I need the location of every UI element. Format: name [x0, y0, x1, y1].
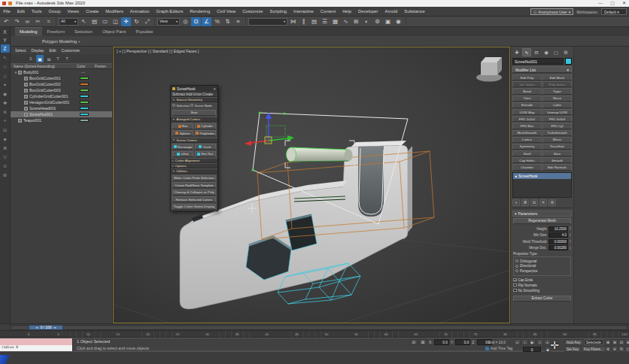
modifier-button-lathe[interactable]: Lathe [542, 102, 572, 108]
menu-substance[interactable]: Substance [401, 7, 428, 17]
time-slider[interactable]: ◄ 0 / 100 ► [0, 323, 629, 330]
autogrid-cutters-header[interactable]: ▼Autogrid Cutters [171, 117, 217, 122]
scene-object-row[interactable]: Teapot001 [11, 117, 112, 123]
spinner-icon[interactable]: ▲▼ [569, 239, 571, 244]
axis-constraint-z[interactable]: Z [1, 44, 10, 53]
pan-icon[interactable]: ✛ [612, 346, 618, 352]
redo-icon[interactable]: ↷ [12, 17, 22, 26]
configure-sets-icon[interactable]: ⚙ [548, 199, 556, 206]
source-radio-selection[interactable]: Selection [172, 104, 190, 108]
modifier-button-ffd-cyl[interactable]: FFD Cyl [542, 123, 572, 129]
dialog-menu-union[interactable]: Union [193, 93, 202, 96]
explorer-menu-display[interactable]: Display [29, 48, 46, 53]
menu-developer[interactable]: Developer [355, 7, 381, 17]
track-bar[interactable]: 0510152025303540455055606570758085909510… [0, 330, 629, 338]
utility-button-create-rod-stem-template[interactable]: Create Rod/Stem Template [172, 182, 216, 188]
viewcube[interactable] [476, 57, 502, 82]
mirror-icon[interactable]: ⋈ [288, 17, 298, 26]
rect-region-icon[interactable]: ▭ [100, 17, 110, 26]
bind-spacewarp-icon[interactable]: ≈ [44, 17, 53, 26]
previous-frame-icon[interactable]: ‹ [521, 339, 528, 345]
modifier-button-cap-holes[interactable]: Cap Holes [512, 157, 542, 163]
zoom-all-icon[interactable]: ⊛ [612, 339, 618, 345]
go-to-start-icon[interactable]: « [514, 339, 521, 345]
select-move-icon[interactable]: ✛ [121, 17, 131, 26]
modifier-button-lattice[interactable]: Lattice [512, 137, 542, 143]
ribbon-tab-modeling[interactable]: Modeling [15, 27, 42, 36]
align-icon[interactable]: ∥ [299, 17, 308, 26]
show-end-result-icon[interactable]: ≣ [521, 199, 529, 206]
modifier-button-mirror[interactable]: Mirror [542, 137, 572, 143]
make-unique-icon[interactable]: ⧉ [530, 199, 538, 206]
modifier-button-ffd-3x3x3[interactable]: FFD 3x3x3 [542, 116, 572, 122]
display-shapes-icon[interactable]: ◇ [1, 71, 10, 80]
menu-rendering[interactable]: Rendering [187, 7, 214, 17]
add-time-tag[interactable]: Add Time Tag [485, 347, 512, 350]
menu-animation[interactable]: Animation [126, 7, 153, 17]
explorer-menu-edit[interactable]: Edit [47, 48, 58, 53]
isolate-selection-icon[interactable]: ⊘ [410, 339, 418, 345]
render-setup-icon[interactable]: ⚙ [372, 17, 382, 26]
modifier-button-uvw-map[interactable]: UVW Map [512, 109, 542, 115]
regenerate-button[interactable]: Regenerate Mesh [513, 218, 571, 225]
display-spacewarps-icon[interactable]: ≋ [1, 108, 10, 116]
scene-object-row[interactable]: BoxGridCutter001 [11, 75, 112, 81]
modifier-button-edit-poly[interactable]: Edit Poly [512, 74, 542, 80]
tab-create[interactable]: ✚ [512, 48, 521, 56]
explorer-column-headers[interactable]: Name (Sorted Ascending) Color Frozen [11, 63, 112, 69]
use-pivot-icon[interactable]: ◎ [181, 17, 190, 26]
rendered-frame-icon[interactable]: ▣ [383, 17, 393, 26]
cutter-button-polyhedra[interactable]: Polyhedra [195, 130, 216, 136]
close-button[interactable]: ✕ [622, 0, 626, 7]
modifier-button-smooth[interactable]: Smooth [542, 157, 572, 163]
pick-icon[interactable]: ⊙ [1, 162, 10, 170]
ribbon-tab-selection[interactable]: Selection [70, 28, 97, 36]
menu-arnold[interactable]: Arnold [381, 7, 401, 17]
modifier-button-turbosmooth[interactable]: TurboSmooth [542, 130, 572, 136]
stack-entry[interactable]: ●ScrewHook [513, 173, 571, 179]
display-materials-icon[interactable]: ◈ [1, 135, 10, 143]
display-containers-icon[interactable]: ⊡ [1, 126, 10, 134]
zoom-extents-all-icon[interactable]: ⊞ [625, 339, 629, 345]
ribbon-toggle-icon[interactable]: ▦ [330, 17, 340, 26]
menu-views[interactable]: Views [64, 7, 82, 17]
modifier-button-edit-normals[interactable]: Edit Normals [542, 164, 572, 170]
remove-modifier-icon[interactable]: ✕ [539, 199, 547, 206]
display-helpers-icon[interactable]: ✚ [1, 99, 10, 107]
key-mode-dropdown[interactable]: Selected▾ [584, 339, 603, 345]
menu-customize[interactable]: Customize [239, 7, 266, 17]
time-slider-handle[interactable]: ◄ 0 / 100 ► [29, 325, 63, 330]
modifier-button-taper[interactable]: Taper [542, 88, 572, 94]
macro-recorder-pane[interactable] [0, 338, 72, 345]
unlink-icon[interactable]: ✂ [33, 17, 43, 26]
menu-tools[interactable]: Tools [28, 7, 45, 17]
angle-snap-icon[interactable]: ∠ [202, 17, 211, 26]
explorer-filter-a-icon[interactable]: T [54, 55, 62, 62]
extract-cutter-button[interactable]: Extract Cutter [513, 296, 571, 302]
axis-constraint-x[interactable]: X [1, 28, 10, 36]
checkbox-cap-ends[interactable]: ✓Cap Ends [513, 278, 571, 283]
object-color-swatch[interactable] [80, 95, 89, 98]
spinner-snap-icon[interactable]: ⇅ [223, 17, 232, 26]
explorer-find-icon[interactable]: ▣ [36, 55, 44, 62]
y-coordinate-field[interactable]: 0.0 [455, 339, 470, 345]
dialog-menu-create[interactable]: Create [202, 93, 213, 96]
modifier-button-ffd-2x2x2[interactable]: FFD 2x2x2 [512, 116, 542, 122]
tab-hierarchy[interactable]: ⊟ [532, 48, 541, 56]
object-color-swatch[interactable] [80, 113, 89, 116]
minimize-button[interactable]: — [598, 0, 603, 7]
next-frame-arrow-icon[interactable]: ► [53, 326, 56, 329]
menu-interactive[interactable]: Interactive [290, 7, 318, 17]
start-button[interactable]: Start [172, 110, 216, 116]
set-key-button[interactable]: Set Key [564, 346, 581, 352]
object-name-field[interactable]: ScrewNut001 [512, 58, 564, 65]
parameters-rollout-header[interactable]: ▾Parameters [512, 211, 572, 217]
spinner-icon[interactable]: ▲▼ [569, 226, 571, 231]
display-geometry-icon[interactable]: □ [1, 62, 10, 71]
parameter-value-field[interactable]: 0.00000 [548, 239, 568, 244]
modifier-list-dropdown[interactable]: Modifier List ▾ [512, 66, 572, 73]
source-radio-scene-node[interactable]: Scene Node [190, 104, 212, 108]
polygon-modeling-panel-button[interactable]: Polygon Modeling▾ [42, 39, 80, 44]
scene-object-row[interactable]: BoxGridCutter002 [11, 81, 112, 87]
modifier-button-shell[interactable]: Shell [512, 150, 542, 156]
